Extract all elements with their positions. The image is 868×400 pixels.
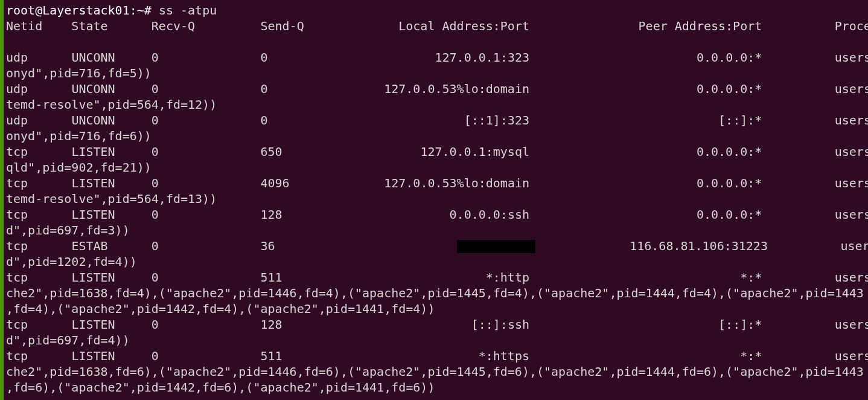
col-netid: tcp [6, 144, 28, 159]
col-state: LISTEN [71, 144, 115, 159]
col-netid: udp [6, 113, 28, 127]
col-process: users:(("apa [835, 270, 868, 285]
blank-line [6, 34, 13, 49]
col-state: ESTAB [71, 239, 107, 253]
table-row-continuation: d",pid=1202,fd=4)) [6, 254, 137, 269]
col-peer: 0.0.0.0:* [697, 50, 762, 65]
table-row: udp UNCONN 0 0 [::1]:323 [::]:* users:((… [6, 113, 868, 127]
col-local: 127.0.0.53%lo:domain [384, 176, 529, 190]
col-peer: *:* [740, 270, 762, 285]
col-peer: *:* [740, 349, 762, 363]
col-sendq: 650 [260, 144, 282, 159]
col-netid: tcp [6, 176, 28, 190]
col-sendq: 0 [260, 82, 267, 96]
terminal-window[interactable]: root@Layerstack01:~# ss -atpu Netid Stat… [0, 0, 868, 400]
table-row: tcp LISTEN 0 128 [::]:ssh [::]:* users:(… [6, 317, 868, 332]
prompt-symbol: # [144, 3, 152, 18]
col-state: LISTEN [71, 207, 115, 222]
col-sendq: 511 [260, 349, 282, 363]
col-sendq: 511 [260, 270, 282, 285]
col-recvq: 0 [152, 239, 159, 253]
col-sendq: 128 [260, 207, 282, 222]
col-netid: tcp [6, 239, 28, 253]
col-recvq: 0 [152, 144, 159, 159]
col-peer: [::]:* [718, 113, 762, 127]
col-state: UNCONN [71, 82, 115, 96]
col-netid: tcp [6, 207, 28, 222]
table-row-continuation: che2",pid=1638,fd=4),("apache2",pid=1446… [6, 286, 864, 300]
col-peer: 0.0.0.0:* [697, 176, 762, 190]
col-local: 127.0.0.53%lo:domain [384, 82, 529, 96]
col-state: UNCONN [71, 113, 115, 127]
col-process: users:(("chr [835, 113, 868, 127]
col-peer: [::]:* [718, 317, 762, 332]
col-local: 127.0.0.1:323 [435, 50, 529, 65]
prompt-path: ~ [137, 3, 144, 18]
col-process: users:(("sys [835, 82, 868, 96]
table-row: tcp LISTEN 0 511 *:http *:* users:(("apa [6, 270, 868, 285]
col-local: *:http [486, 270, 529, 285]
col-sendq: 36 [260, 239, 275, 253]
col-sendq: 0 [260, 50, 267, 65]
col-peer: 0.0.0.0:* [697, 144, 762, 159]
table-row-continuation: qld",pid=902,fd=21)) [6, 160, 152, 175]
col-local: 127.0.0.1:mysql [420, 144, 529, 159]
col-state: LISTEN [71, 270, 115, 285]
col-peer: 116.68.81.106:31223 [630, 239, 768, 253]
col-recvq: 0 [152, 207, 159, 222]
table-row-continuation: onyd",pid=716,fd=6)) [6, 129, 152, 143]
prompt-userhost: root@Layerstack01 [6, 3, 130, 18]
col-process: users:(("sys [835, 176, 868, 190]
col-recvq: 0 [152, 349, 159, 363]
table-row-continuation: ,fd=6),("apache2",pid=1442,fd=6),("apach… [6, 380, 435, 395]
redacted-local-address [457, 240, 535, 253]
col-local: *:https [479, 349, 529, 363]
table-row-continuation: temd-resolve",pid=564,fd=12)) [6, 97, 217, 112]
col-peer: 0.0.0.0:* [697, 207, 762, 222]
table-row-continuation: onyd",pid=716,fd=5)) [6, 66, 152, 80]
col-netid: tcp [6, 349, 28, 363]
table-row-continuation: ,fd=4),("apache2",pid=1442,fd=4),("apach… [6, 302, 435, 316]
prompt-colon: : [130, 3, 137, 18]
col-process: users:(("ssh [840, 239, 868, 253]
table-row: udp UNCONN 0 0 127.0.0.1:323 0.0.0.0:* u… [6, 50, 868, 65]
col-state: UNCONN [71, 50, 115, 65]
command-text: ss -atpu [159, 3, 217, 18]
col-recvq: 0 [152, 82, 159, 96]
col-netid: udp [6, 50, 28, 65]
table-header: Netid State Recv-Q Send-Q Local Address:… [6, 19, 868, 33]
table-row-continuation: d",pid=697,fd=3)) [6, 223, 130, 237]
col-process: users:(("ssh [835, 207, 868, 222]
col-process: users:(("ssh [835, 317, 868, 332]
col-recvq: 0 [152, 113, 159, 127]
col-process: users:(("apa [835, 349, 868, 363]
col-process: users:(("chr [835, 50, 868, 65]
col-state: LISTEN [71, 176, 115, 190]
col-netid: tcp [6, 270, 28, 285]
col-recvq: 0 [152, 50, 159, 65]
table-row: udp UNCONN 0 0 127.0.0.53%lo:domain 0.0.… [6, 82, 868, 96]
table-row: tcp LISTEN 0 128 0.0.0.0:ssh 0.0.0.0:* u… [6, 207, 868, 222]
col-sendq: 0 [260, 113, 267, 127]
col-local: [::1]:323 [464, 113, 529, 127]
col-sendq: 4096 [260, 176, 289, 190]
table-row-continuation: d",pid=697,fd=4)) [6, 333, 130, 347]
table-row: tcp LISTEN 0 4096 127.0.0.53%lo:domain 0… [6, 176, 868, 190]
col-recvq: 0 [152, 317, 159, 332]
col-peer: 0.0.0.0:* [697, 82, 762, 96]
col-local: [::]:ssh [471, 317, 529, 332]
table-row: tcp LISTEN 0 650 127.0.0.1:mysql 0.0.0.0… [6, 144, 868, 159]
table-row-continuation: temd-resolve",pid=564,fd=13)) [6, 192, 217, 206]
col-netid: tcp [6, 317, 28, 332]
col-recvq: 0 [152, 176, 159, 190]
col-sendq: 128 [260, 317, 282, 332]
col-process: users:(("mys [835, 144, 868, 159]
col-state: LISTEN [71, 317, 115, 332]
col-recvq: 0 [152, 270, 159, 285]
col-state: LISTEN [71, 349, 115, 363]
col-local: 0.0.0.0:ssh [450, 207, 529, 222]
col-netid: udp [6, 82, 28, 96]
table-row-continuation: che2",pid=1638,fd=6),("apache2",pid=1446… [6, 364, 864, 379]
table-row: tcp LISTEN 0 511 *:https *:* users:(("ap… [6, 349, 868, 363]
table-row: tcp ESTAB 0 36 116.68.81.106:31223 users… [6, 239, 868, 253]
